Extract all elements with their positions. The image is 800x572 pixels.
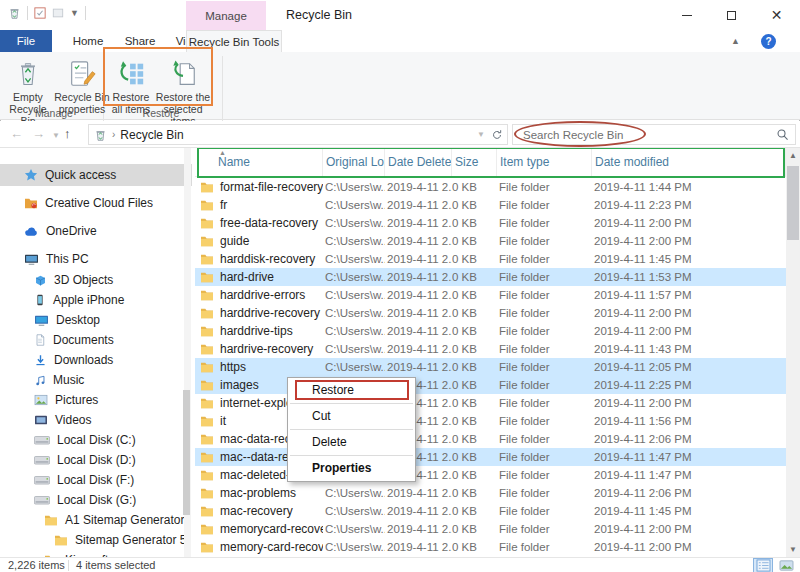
file-size-cell: 0 KB bbox=[452, 433, 497, 445]
sidebar-item-local-disk-f[interactable]: Local Disk (F:) bbox=[0, 470, 192, 490]
sidebar-item-videos[interactable]: Videos bbox=[0, 410, 192, 430]
toolbar-extra-icon[interactable] bbox=[52, 7, 64, 19]
sidebar-item-quick-access[interactable]: Quick access bbox=[0, 164, 192, 186]
sidebar-item-3d-objects[interactable]: 3D Objects bbox=[0, 270, 192, 290]
file-row-harddrive-recovery[interactable]: harddrive-recoveryC:\Users\w...2019-4-11… bbox=[195, 304, 786, 322]
file-row-free-data-recovery[interactable]: free-data-recoveryC:\Users\w...2019-4-11… bbox=[195, 214, 786, 232]
address-dropdown-chevron-icon[interactable]: ▼ bbox=[477, 130, 485, 139]
file-row-internet-explorer[interactable]: internet-explorerC:\Users\w...2019-4-11 … bbox=[195, 394, 786, 412]
sidebar-item-downloads[interactable]: Downloads bbox=[0, 350, 192, 370]
help-icon[interactable]: ? bbox=[761, 34, 776, 49]
sidebar-item-local-disk-g[interactable]: Local Disk (G:) bbox=[0, 490, 192, 510]
minimize-button[interactable] bbox=[664, 1, 709, 29]
file-row-https[interactable]: httpsC:\Users\w...2019-4-11 2...0 KBFile… bbox=[195, 358, 786, 376]
list-scrollbar-thumb[interactable] bbox=[787, 166, 799, 240]
file-row-hard-drive[interactable]: hard-driveC:\Users\w...2019-4-11 2...0 K… bbox=[195, 268, 786, 286]
sidebar-item-kingsoft[interactable]: Kingsoft bbox=[0, 550, 192, 557]
tab-recycle-bin-tools[interactable]: Recycle Bin Tools bbox=[186, 30, 282, 52]
details-view-button[interactable] bbox=[753, 558, 773, 572]
file-modified-cell: 2019-4-11 2:00 PM bbox=[592, 397, 786, 409]
file-location-cell: C:\Users\w... bbox=[323, 343, 385, 355]
refresh-icon[interactable] bbox=[491, 129, 503, 141]
file-modified-cell: 2019-4-11 1:44 PM bbox=[592, 181, 786, 193]
file-row-it[interactable]: itC:\Users\w...2019-4-11 2...0 KBFile fo… bbox=[195, 412, 786, 430]
sidebar-item-this-pc[interactable]: This PC bbox=[0, 248, 192, 270]
menu-item-restore[interactable]: Restore bbox=[288, 380, 415, 401]
file-row-images[interactable]: imagesC:\Users\w...2019-4-11 2...0 KBFil… bbox=[195, 376, 786, 394]
column-header-date-modified[interactable]: Date modified bbox=[592, 148, 786, 176]
file-row-fr[interactable]: frC:\Users\w...2019-4-11 2...0 KBFile fo… bbox=[195, 196, 786, 214]
sidebar-item-documents[interactable]: Documents bbox=[0, 330, 192, 350]
sidebar-item-local-disk-c[interactable]: Local Disk (C:) bbox=[0, 430, 192, 450]
empty-recycle-bin-button[interactable]: Empty Recycle Bin bbox=[4, 55, 52, 127]
sidebar-item-sitemap-generator-5[interactable]: Sitemap Generator 5 bbox=[0, 530, 192, 550]
menu-item-cut[interactable]: Cut bbox=[288, 406, 415, 427]
maximize-button[interactable] bbox=[709, 1, 754, 29]
column-header-original-lo[interactable]: Original Lo... bbox=[323, 148, 385, 176]
search-icon[interactable] bbox=[776, 128, 795, 141]
menu-item-delete[interactable]: Delete bbox=[288, 432, 415, 453]
column-header-name[interactable]: Name bbox=[195, 148, 323, 176]
tab-file[interactable]: File bbox=[0, 30, 52, 52]
sidebar-item-music[interactable]: Music bbox=[0, 370, 192, 390]
customize-toolbar-chevron-icon[interactable]: ▼ bbox=[70, 8, 79, 18]
recycle-bin-small-icon[interactable] bbox=[8, 6, 21, 20]
sidebar-item-a1-sitemap-generator[interactable]: A1 Sitemap Generator bbox=[0, 510, 192, 530]
file-row-harddisk-recovery[interactable]: harddisk-recoveryC:\Users\w...2019-4-11 … bbox=[195, 250, 786, 268]
tab-share[interactable]: Share bbox=[116, 30, 164, 52]
file-row-mac-problems[interactable]: mac-problemsC:\Users\w...2019-4-11 2...0… bbox=[195, 484, 786, 502]
scroll-up-icon[interactable]: ▲ bbox=[786, 148, 800, 163]
scroll-down-icon[interactable]: ▼ bbox=[786, 542, 800, 557]
restore-the-selected-items-button[interactable]: Restore the selected items bbox=[154, 55, 212, 127]
properties-check-icon[interactable] bbox=[34, 7, 46, 19]
sidebar-scrollbar[interactable] bbox=[184, 148, 191, 557]
recycle-bin-properties-button[interactable]: Recycle Bin properties bbox=[54, 55, 110, 115]
folder-icon bbox=[200, 361, 214, 373]
thumbnails-view-button[interactable] bbox=[776, 558, 796, 572]
file-row-harddrive-errors[interactable]: harddrive-errorsC:\Users\w...2019-4-11 2… bbox=[195, 286, 786, 304]
up-arrow-icon[interactable]: ↑ bbox=[64, 126, 71, 141]
menu-item-properties[interactable]: Properties bbox=[288, 458, 415, 479]
file-row-memory-card-recovery[interactable]: memory-card-recoveryC:\Users\w...2019-4-… bbox=[195, 538, 786, 556]
file-type-cell: File folder bbox=[497, 253, 592, 265]
sidebar-item-local-disk-d[interactable]: Local Disk (D:) bbox=[0, 450, 192, 470]
file-row-hardrive-recovery[interactable]: hardrive-recoveryC:\Users\w...2019-4-11 … bbox=[195, 340, 786, 358]
sidebar-item-creative-cloud-files[interactable]: Creative Cloud Files bbox=[0, 192, 192, 214]
breadcrumb[interactable]: › Recycle Bin ▼ bbox=[88, 124, 508, 145]
column-header-date-deleted[interactable]: Date Deleted bbox=[385, 148, 452, 176]
back-arrow-icon[interactable]: ← bbox=[10, 126, 23, 141]
sidebar-item-apple-iphone[interactable]: Apple iPhone bbox=[0, 290, 192, 310]
sidebar-item-pictures[interactable]: Pictures bbox=[0, 390, 192, 410]
file-modified-cell: 2019-4-11 2:06 PM bbox=[592, 487, 786, 499]
file-row-mac-recovery[interactable]: mac-recoveryC:\Users\w...2019-4-11 2...0… bbox=[195, 502, 786, 520]
sidebar-scrollbar-thumb[interactable] bbox=[183, 390, 190, 515]
column-header-size[interactable]: Size bbox=[452, 148, 497, 176]
recent-locations-chevron-icon[interactable]: ▼ bbox=[52, 131, 60, 140]
sidebar-item-onedrive[interactable]: OneDrive bbox=[0, 220, 192, 242]
file-row-harddrive-tips[interactable]: harddrive-tipsC:\Users\w...2019-4-11 2..… bbox=[195, 322, 786, 340]
file-size-cell: 0 KB bbox=[452, 217, 497, 229]
breadcrumb-path[interactable]: Recycle Bin bbox=[120, 128, 183, 142]
list-scrollbar[interactable]: ▲ ▼ bbox=[786, 148, 800, 557]
restore-all-items-button[interactable]: Restore all items bbox=[110, 55, 152, 115]
close-button[interactable]: ✕ bbox=[754, 1, 799, 29]
forward-arrow-icon[interactable]: → bbox=[32, 126, 45, 141]
file-row-guide[interactable]: guideC:\Users\w...2019-4-11 2...0 KBFile… bbox=[195, 232, 786, 250]
file-row-memorycard-recovery[interactable]: memorycard-recoveryC:\Users\w...2019-4-1… bbox=[195, 520, 786, 538]
collapse-ribbon-icon[interactable]: ▲ bbox=[731, 36, 740, 46]
file-row-mac-deleted-files[interactable]: mac-deleted-filesC:\Users\w...2019-4-11 … bbox=[195, 466, 786, 484]
tab-home[interactable]: Home bbox=[62, 30, 114, 52]
file-location-cell: C:\Users\w... bbox=[323, 523, 385, 535]
breadcrumb-chevron-icon[interactable]: › bbox=[112, 129, 115, 140]
file-row-format-file-recovery[interactable]: format-file-recoveryC:\Users\w...2019-4-… bbox=[195, 178, 786, 196]
column-header-item-type[interactable]: Item type bbox=[497, 148, 592, 176]
disk-drive-icon bbox=[34, 475, 50, 486]
file-row-mac-data-recovery[interactable]: mac-data-recoveryC:\Users\w...2019-4-11 … bbox=[195, 430, 786, 448]
contextual-tab-manage[interactable]: Manage bbox=[186, 1, 266, 30]
file-size-cell: 0 KB bbox=[452, 343, 497, 355]
file-row-mac-data-recovery[interactable]: mac--data-recoveryC:\Users\w...2019-4-11… bbox=[195, 448, 786, 466]
search-input[interactable] bbox=[513, 129, 776, 141]
file-type-cell: File folder bbox=[497, 487, 592, 499]
file-name: fr bbox=[220, 198, 227, 212]
sidebar-item-desktop[interactable]: Desktop bbox=[0, 310, 192, 330]
